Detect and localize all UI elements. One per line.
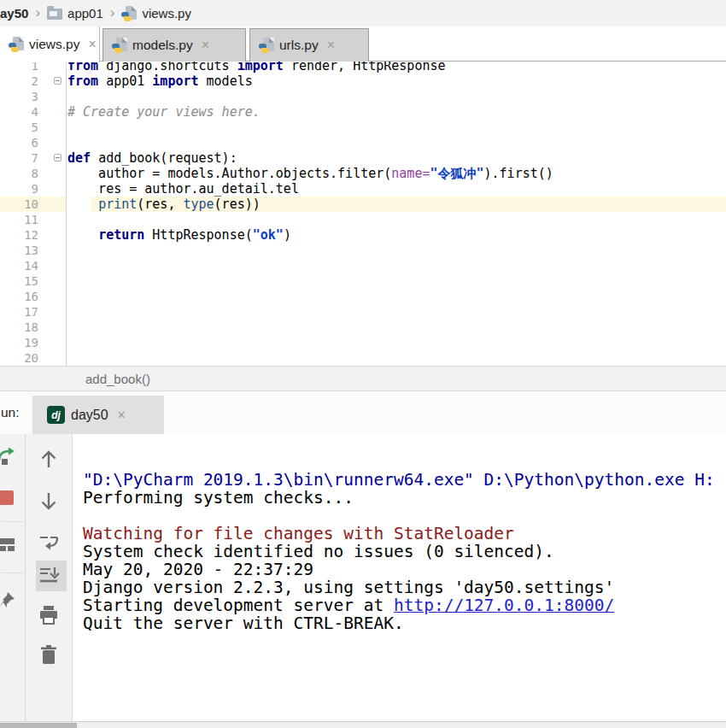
code-line[interactable]: 8 author = models.Author.objects.filter(… [0,166,726,181]
line-number[interactable]: 16 [0,289,38,304]
line-number[interactable]: 1 [0,62,38,73]
restore-layout-icon[interactable] [0,534,17,555]
django-icon: dj [47,406,65,424]
close-icon[interactable]: × [198,38,209,53]
code-line[interactable]: 11 [0,212,726,227]
breadcrumb-project[interactable]: ay50 [0,6,28,21]
code-editor[interactable]: 1from django.shortcuts import render, Ht… [0,62,726,366]
gutter-fold-area [38,181,67,197]
server-url-link[interactable]: http://127.0.0.1:8000/ [394,596,614,615]
code-text: author = models.Author.objects.filter(na… [67,166,726,181]
editor-tab-bar: views.py × models.py × urls.py × [0,26,726,62]
code-text [67,335,726,350]
close-icon[interactable]: × [324,38,335,53]
line-number[interactable]: 11 [0,212,38,227]
gutter-fold-area [38,243,67,258]
code-line[interactable]: 13 [0,243,726,258]
code-line[interactable]: 9 res = author.au_detail.tel [0,181,726,197]
console-line: Quit the server with CTRL-BREAK. [83,614,726,632]
python-file-icon [9,37,24,52]
line-number[interactable]: 15 [0,273,38,289]
line-number[interactable]: 3 [0,89,38,104]
line-number[interactable]: 4 [0,104,38,120]
code-line[interactable]: 3 [0,89,726,104]
code-line[interactable]: 19 [0,335,726,350]
breadcrumb-method[interactable]: add_book() [85,372,150,386]
tab-views-py[interactable]: views.py × [0,26,100,62]
close-icon[interactable]: × [85,37,96,52]
run-console-area: "D:\PyCharm 2019.1.3\bin\runnerw64.exe" … [0,434,726,721]
gutter-fold-area [38,212,67,227]
code-line[interactable]: 7def add_book(request): [0,150,726,166]
scrollbar-thumb[interactable] [0,723,77,728]
line-number[interactable]: 12 [0,227,38,243]
code-line[interactable]: 1from django.shortcuts import render, Ht… [0,62,726,73]
code-line[interactable]: 17 [0,304,726,320]
folder-icon [47,9,62,20]
tab-urls-py[interactable]: urls.py × [249,28,369,62]
line-number[interactable]: 2 [0,73,38,89]
down-icon[interactable] [37,490,61,514]
code-line[interactable]: 4# Create your views here. [0,104,726,120]
divider [2,572,24,573]
run-controls-toolbar [0,434,26,721]
close-icon[interactable]: × [114,408,126,423]
line-number[interactable]: 6 [0,135,38,150]
code-text [67,304,726,320]
line-number[interactable]: 14 [0,258,38,273]
stop-icon[interactable] [0,487,17,508]
code-line[interactable]: 2from app01 import models [0,73,726,89]
run-tab-day50[interactable]: dj day50 × [32,396,164,434]
gutter-fold-area [38,89,67,104]
soft-wrap-icon[interactable] [37,530,61,554]
console-controls-toolbar [26,434,73,721]
code-line[interactable]: 6 [0,135,726,150]
line-number[interactable]: 18 [0,320,38,335]
code-line[interactable]: 20 [0,350,726,366]
line-number[interactable]: 9 [0,181,38,197]
gutter-fold-area [38,62,67,73]
code-text: from app01 import models [67,73,726,89]
editor-lines: 1from django.shortcuts import render, Ht… [0,62,726,366]
console-line: Starting development server at http://12… [83,596,726,614]
console-line: May 20, 2020 - 22:37:29 [83,561,726,578]
pin-icon[interactable] [0,590,17,610]
line-number[interactable]: 20 [0,350,38,366]
code-line[interactable]: 5 [0,120,726,135]
line-number[interactable]: 7 [0,150,38,166]
gutter-fold-area [38,320,67,335]
line-number[interactable]: 8 [0,166,38,181]
gutter-fold-area [38,197,67,212]
code-line[interactable]: 15 [0,273,726,289]
gutter-fold-area [38,227,67,243]
breadcrumb-package[interactable]: app01 [67,6,103,21]
code-line[interactable]: 10 print(res, type(res)) [0,197,726,212]
code-line[interactable]: 12 return HttpResponse("ok") [0,227,726,243]
rerun-icon[interactable] [0,446,17,467]
editor-breadcrumb-bar: add_book() [0,366,726,391]
line-number[interactable]: 10 [0,197,38,212]
breadcrumb-file[interactable]: views.py [142,6,191,21]
scroll-to-end-icon[interactable] [37,564,61,588]
line-number[interactable]: 5 [0,120,38,135]
up-icon[interactable] [37,447,61,471]
horizontal-scrollbar [0,721,726,728]
code-line[interactable]: 16 [0,289,726,304]
console-lines: "D:\PyCharm 2019.1.3\bin\runnerw64.exe" … [83,471,726,632]
code-text: return HttpResponse("ok") [67,227,726,243]
line-number[interactable]: 17 [0,304,38,320]
gutter-fold-area [38,73,67,89]
line-number[interactable]: 19 [0,335,38,350]
fold-marker-icon[interactable] [54,154,61,161]
clear-icon[interactable] [37,643,61,667]
tab-models-py[interactable]: models.py × [102,28,246,62]
line-number[interactable]: 13 [0,243,38,258]
console-output[interactable]: "D:\PyCharm 2019.1.3\bin\runnerw64.exe" … [73,434,726,721]
gutter-fold-area [38,304,67,320]
run-tab-label: day50 [71,408,108,423]
code-line[interactable]: 14 [0,258,726,273]
console-line: "D:\PyCharm 2019.1.3\bin\runnerw64.exe" … [83,471,726,489]
fold-marker-icon[interactable] [54,77,61,85]
code-line[interactable]: 18 [0,320,726,335]
print-icon[interactable] [37,603,61,627]
